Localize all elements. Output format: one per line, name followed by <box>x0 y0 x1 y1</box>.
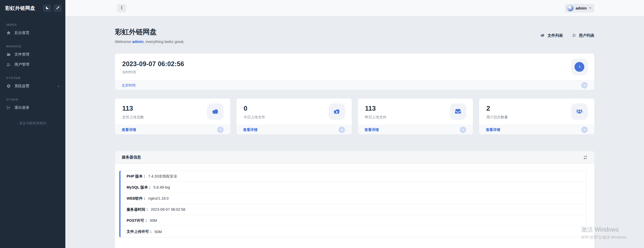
arrow-right-icon[interactable] <box>460 127 466 133</box>
stat-icon-tile <box>450 103 466 120</box>
server-info-card: 服务器信息 PHP 版本：7.4.33非线程安全 MySQL 版本：5.6.49… <box>115 151 594 248</box>
quick-links: 文件列表 用户列表 <box>540 33 594 38</box>
sidebar: 彩虹外链网盘 INDEX 后台首页 MANAGE 文件管理 用户管理 SYSTE… <box>0 0 65 248</box>
user-menu-button[interactable]: admin <box>565 4 594 13</box>
cloud-upload-icon <box>332 108 341 116</box>
view-details-link[interactable]: 查看详情 <box>365 128 379 132</box>
view-details-link[interactable]: 查看详情 <box>122 128 136 132</box>
kebab-icon <box>120 6 123 11</box>
main-content: 彩虹外链网盘 Welcome admin, everything looks g… <box>65 16 644 248</box>
gear-icon <box>6 84 11 88</box>
theme-brush-button[interactable] <box>54 4 62 12</box>
server-info-row-time: 服务器时间：2023-09-07 06:02:56 <box>120 204 586 215</box>
clock-caption: 实时时间 <box>122 70 587 75</box>
view-details-link[interactable]: 查看详情 <box>243 128 258 132</box>
sidebar-footnote: - 更多功能敬请期待 - <box>0 121 65 126</box>
row-label: WEB软件： <box>127 196 146 201</box>
stat-icon-tile <box>329 103 345 120</box>
sidebar-section-system: SYSTEM <box>0 76 65 79</box>
row-label: MySQL 版本： <box>127 185 152 190</box>
view-details-link[interactable]: 查看详情 <box>486 128 500 132</box>
row-value: nginx/1.18.0 <box>148 196 169 200</box>
sidebar-item-logout[interactable]: 退出登录 <box>0 103 65 113</box>
quick-link-label: 文件列表 <box>548 33 563 38</box>
server-info-row-web: WEB软件：nginx/1.18.0 <box>120 193 586 204</box>
sidebar-item-label: 退出登录 <box>14 105 29 110</box>
welcome-admin-link[interactable]: admin <box>132 39 143 44</box>
row-label: PHP 版本： <box>127 174 146 179</box>
sidebar-item-label: 后台首页 <box>14 30 29 35</box>
sidebar-section-manage: MANAGE <box>0 45 65 48</box>
welcome-text: Welcome admin, everything looks great. <box>115 39 184 44</box>
sidebar-item-dashboard[interactable]: 后台首页 <box>0 28 65 38</box>
quick-link-user-list[interactable]: 用户列表 <box>572 33 594 38</box>
stat-cards-row: 113 文件上传总数 查看详情 0 <box>115 99 594 135</box>
users-icon <box>6 62 11 67</box>
sidebar-header: 彩虹外链网盘 <box>0 0 65 16</box>
server-info-row-upload: 文件上传许可：50M <box>120 226 586 237</box>
user-group-icon <box>575 107 584 116</box>
inbox-icon <box>454 107 462 116</box>
brand-title: 彩虹外链网盘 <box>5 5 41 12</box>
theme-toggle-button[interactable] <box>43 4 51 12</box>
row-label: POST许可： <box>127 218 148 223</box>
moon-icon <box>45 6 49 11</box>
avatar <box>567 5 574 11</box>
stat-card-total-uploads: 113 文件上传总数 查看详情 <box>115 99 230 135</box>
cloud-icon <box>540 33 545 38</box>
logout-icon <box>6 105 11 110</box>
server-info-list: PHP 版本：7.4.33非线程安全 MySQL 版本：5.6.49-log W… <box>119 171 587 237</box>
brush-icon <box>56 6 60 11</box>
sidebar-item-label: 系统设置 <box>14 84 29 88</box>
topbar: admin <box>65 0 644 16</box>
row-value: 2023-09-07 06:02:56 <box>151 207 186 211</box>
stat-icon-tile <box>571 103 588 120</box>
home-icon <box>6 31 11 35</box>
chevron-down-icon <box>589 6 592 11</box>
clock-icon-tile <box>571 59 588 75</box>
clock-icon <box>575 62 584 72</box>
arrow-right-icon[interactable] <box>581 82 588 88</box>
server-info-row-php: PHP 版本：7.4.33非线程安全 <box>120 171 586 182</box>
server-info-title: 服务器信息 <box>122 155 141 160</box>
row-value: 5.6.49-log <box>153 185 170 189</box>
row-label: 服务器时间： <box>127 207 149 212</box>
realtime-clock: 2023-09-07 06:02:56 <box>122 60 587 68</box>
page-title: 彩虹外链网盘 <box>115 27 184 37</box>
refresh-icon[interactable] <box>583 155 588 160</box>
quick-link-file-list[interactable]: 文件列表 <box>540 33 563 38</box>
chevron-left-icon: ‹ <box>58 84 59 88</box>
arrow-right-icon[interactable] <box>581 127 588 133</box>
menu-kebab-button[interactable] <box>117 4 126 12</box>
folder-icon <box>6 52 11 57</box>
quick-link-label: 用户列表 <box>579 33 594 38</box>
sidebar-item-label: 用户管理 <box>14 62 29 67</box>
users-icon <box>572 33 577 38</box>
row-value: 7.4.33非线程安全 <box>148 174 177 179</box>
sidebar-section-index: INDEX <box>0 23 65 26</box>
sidebar-item-file-manage[interactable]: 文件管理 <box>0 49 65 59</box>
stat-card-total-users: 2 用户总共数量 查看详情 <box>479 99 594 135</box>
welcome-suffix: , everything looks great. <box>144 39 184 44</box>
stat-icon-tile <box>207 103 224 120</box>
stat-card-today-uploads: 0 今日上传文件 查看详情 <box>236 99 352 135</box>
row-value: 50M <box>155 230 162 234</box>
server-info-row-mysql: MySQL 版本：5.6.49-log <box>120 182 586 193</box>
sidebar-item-system-settings[interactable]: 系统设置 ‹ <box>0 81 65 91</box>
arrow-right-icon[interactable] <box>339 127 345 133</box>
sidebar-section-other: OTHER <box>0 98 65 101</box>
sidebar-item-user-manage[interactable]: 用户管理 <box>0 59 65 69</box>
row-label: 文件上传许可： <box>127 229 153 234</box>
beijing-time-link[interactable]: 北京时间 <box>122 83 136 88</box>
server-info-body: PHP 版本：7.4.33非线程安全 MySQL 版本：5.6.49-log W… <box>115 164 594 248</box>
stat-card-yesterday-uploads: 113 昨日上传文件 查看详情 <box>358 99 473 135</box>
server-info-header: 服务器信息 <box>115 151 594 164</box>
arrow-right-icon[interactable] <box>217 127 224 133</box>
clock-card: 2023-09-07 06:02:56 实时时间 北京时间 <box>115 54 594 90</box>
row-value: 50M <box>150 218 157 223</box>
server-info-row-post: POST许可：50M <box>120 215 586 226</box>
welcome-prefix: Welcome <box>115 39 132 44</box>
cloud-icon <box>211 108 220 116</box>
sidebar-item-label: 文件管理 <box>14 52 29 57</box>
page-header: 彩虹外链网盘 Welcome admin, everything looks g… <box>115 27 594 44</box>
